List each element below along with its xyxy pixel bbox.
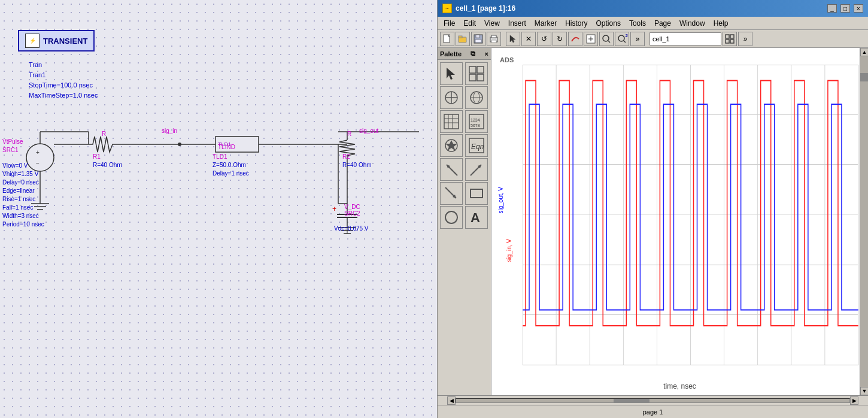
ads-statusbar: page 1 [438, 405, 868, 418]
r1-params: R1 R=40 Ohm [93, 153, 122, 169]
transient-icon: ⚡ [25, 34, 40, 48]
palette-btn-rectangle[interactable] [465, 182, 488, 205]
sig-out-label: sig_out [359, 128, 378, 134]
svg-rect-41 [491, 35, 496, 38]
svg-rect-36 [459, 36, 462, 38]
svg-point-49 [618, 35, 624, 41]
chart-area: ADS sig_out, V sig_in, V [491, 48, 868, 395]
menu-view[interactable]: View [481, 18, 503, 29]
svg-rect-38 [476, 35, 479, 38]
tb-open[interactable] [456, 32, 470, 46]
svg-text:+: + [332, 205, 336, 213]
scrollbar-horizontal: ◀ ▶ [438, 395, 868, 405]
svg-rect-56 [469, 66, 476, 73]
tb-curve[interactable] [568, 32, 582, 46]
ads-content: Palette ⧉ × [438, 48, 868, 395]
tb-redo[interactable]: ↻ [553, 32, 567, 46]
menu-insert[interactable]: Insert [505, 18, 530, 29]
svg-text:Eqn: Eqn [471, 143, 484, 151]
menu-options[interactable]: Options [593, 18, 624, 29]
svg-rect-58 [469, 74, 476, 81]
schematic-area: ⚡ TRANSIENT Tran Tran1 StopTime=100.0 ns… [0, 0, 437, 418]
svg-rect-59 [477, 74, 484, 81]
tb-more2[interactable]: » [738, 32, 752, 46]
palette-btn-component[interactable] [440, 134, 463, 157]
menu-page[interactable]: Page [651, 18, 675, 29]
tb-zoom2[interactable]: 2 [615, 32, 629, 46]
scrollbar-track-v [860, 56, 868, 387]
svg-text:+: + [36, 149, 40, 156]
tb-cursor[interactable] [506, 32, 520, 46]
ads-titlebar: ~ cell_1 [page 1]:16 _ □ × [438, 0, 868, 17]
svg-rect-57 [477, 66, 484, 73]
svg-marker-55 [447, 68, 455, 80]
svg-text:5678: 5678 [471, 123, 480, 128]
tb-delete[interactable]: ✕ [521, 32, 536, 46]
scrollbar-vertical[interactable]: ▲ ▼ [860, 48, 868, 395]
menu-file[interactable]: File [440, 18, 459, 29]
menu-help[interactable]: Help [710, 18, 732, 29]
vdc-params: Vdc=0.675 V [334, 225, 369, 233]
palette-btn-text[interactable]: A [465, 206, 488, 229]
maximize-button[interactable]: □ [840, 4, 850, 13]
svg-point-85 [445, 211, 457, 223]
tb-new[interactable] [440, 32, 454, 46]
palette-btn-equation[interactable]: Eqn [465, 134, 488, 157]
palette-btn-globe[interactable] [465, 86, 488, 109]
page-label: page 1 [643, 408, 663, 416]
svg-marker-43 [510, 35, 515, 43]
palette-btn-arrow-ne[interactable] [465, 158, 488, 181]
tlind-params: TLD1 Z=50.0.Ohm Delay=1 nsec [213, 153, 249, 178]
svg-rect-39 [475, 40, 481, 43]
svg-point-47 [603, 35, 609, 41]
tb-more[interactable]: » [630, 32, 645, 46]
svg-rect-84 [471, 189, 482, 198]
vsource-params: Vlow=0 V Vhigh=1.35 V Delay=0 nsec Edge=… [2, 162, 44, 229]
palette-btn-arrow-down[interactable] [440, 182, 463, 205]
r1-label: R [102, 131, 106, 137]
ads-menubar: File Edit View Insert Marker History Opt… [438, 17, 868, 30]
menu-history[interactable]: History [562, 18, 591, 29]
tb-something[interactable] [584, 32, 598, 46]
palette-panel: Palette ⧉ × [438, 48, 491, 395]
cell-selector[interactable] [650, 32, 721, 46]
menu-window[interactable]: Window [676, 18, 709, 29]
palette-btn-arrow-nw[interactable] [440, 158, 463, 181]
y-axis-label-sig-in: sig_in, V [506, 239, 512, 262]
ads-toolbar: ✕ ↺ ↻ 2 » » [438, 30, 868, 48]
tb-grid-large[interactable] [723, 32, 737, 46]
tb-save[interactable] [471, 32, 485, 46]
palette-btn-grid[interactable] [465, 62, 488, 85]
scrollbar-thumb-v[interactable] [860, 73, 868, 81]
tb-undo[interactable]: ↺ [537, 32, 551, 46]
transient-box: ⚡ TRANSIENT [18, 30, 95, 52]
svg-rect-42 [491, 40, 496, 43]
palette-restore[interactable]: ⧉ [471, 50, 475, 57]
tb-print[interactable] [487, 32, 501, 46]
menu-marker[interactable]: Marker [531, 18, 560, 29]
minimize-button[interactable]: _ [827, 4, 837, 13]
close-button[interactable]: × [854, 4, 863, 13]
palette-btn-circle[interactable] [440, 206, 463, 229]
tb-zoom[interactable] [599, 32, 614, 46]
chart-svg: 0.2 0.4 0.6 0.8 1.0 1.2 0 10 20 30 40 50… [523, 65, 858, 365]
svg-line-48 [608, 41, 610, 43]
svg-point-31 [178, 143, 181, 146]
menu-edit[interactable]: Edit [460, 18, 479, 29]
svg-rect-51 [726, 35, 729, 38]
palette-btn-crosshair[interactable] [440, 86, 463, 109]
menu-tools[interactable]: Tools [626, 18, 650, 29]
palette-btn-table[interactable] [440, 110, 463, 133]
svg-text:A: A [471, 210, 480, 225]
transient-label: TRANSIENT [43, 37, 87, 46]
ads-window: ~ cell_1 [page 1]:16 _ □ × File Edit Vie… [437, 0, 868, 418]
scroll-up-button[interactable]: ▲ [860, 48, 868, 56]
scroll-right-button[interactable]: ▶ [850, 396, 858, 405]
scroll-left-button[interactable]: ◀ [447, 396, 456, 405]
palette-close[interactable]: × [485, 50, 488, 57]
palette-btn-numbers[interactable]: 1234 5678 [465, 110, 488, 133]
ads-title-icon: ~ [442, 4, 452, 13]
palette-btn-cursor[interactable] [440, 62, 463, 85]
scrollbar-thumb-h[interactable] [614, 399, 650, 402]
scroll-down-button[interactable]: ▼ [860, 387, 868, 395]
